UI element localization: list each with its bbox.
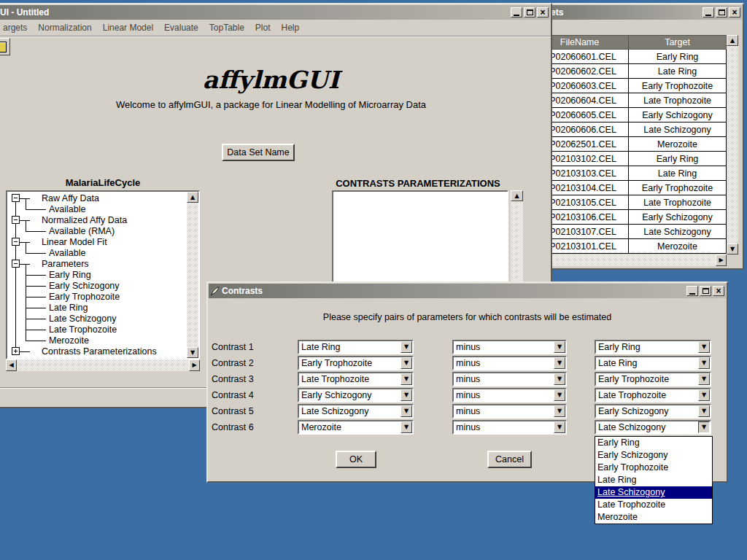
scroll-track[interactable] bbox=[17, 359, 189, 371]
tree-item[interactable]: Available bbox=[7, 204, 187, 215]
combo-arrow-button[interactable]: ▼ bbox=[698, 373, 710, 385]
combo-arrow-button[interactable]: ▼ bbox=[698, 405, 710, 417]
tree-item[interactable]: Normalized Affy Data bbox=[7, 215, 187, 226]
targets-row[interactable]: DP02060602.CELLate Ring bbox=[531, 64, 727, 79]
tree-item[interactable]: Contrasts Parameterizations bbox=[7, 346, 187, 357]
targets-row[interactable]: DP02060605.CELEarly Schizogony bbox=[531, 108, 727, 122]
targets-row[interactable]: DP02103104.CELEarly Trophozoite bbox=[531, 181, 727, 195]
contrast-6-operator-combo[interactable]: minus▼ bbox=[452, 420, 567, 435]
tree-item[interactable]: Early Schizogony bbox=[7, 281, 187, 292]
toolbar-button[interactable] bbox=[0, 38, 10, 55]
scroll-track[interactable] bbox=[727, 46, 738, 244]
maximize-button[interactable] bbox=[700, 286, 711, 296]
scroll-up-button[interactable]: ▲ bbox=[727, 35, 738, 46]
scroll-up-button[interactable]: ▲ bbox=[187, 192, 198, 203]
contrast-4-left-combo[interactable]: Early Schizogony▼ bbox=[298, 388, 414, 402]
targets-row[interactable]: DP02060606.CELLate Schizogony bbox=[531, 122, 727, 137]
menu-item-2[interactable]: Linear Model bbox=[103, 23, 153, 33]
tree-scrollbar-vertical[interactable]: ▲ ▼ bbox=[187, 192, 198, 358]
targets-row[interactable]: DP02103101.CELMerozoite bbox=[531, 239, 727, 254]
contrast-2-right-combo[interactable]: Late Ring▼ bbox=[595, 356, 711, 370]
scroll-left-button[interactable]: ◀ bbox=[6, 359, 17, 371]
maximize-button[interactable] bbox=[716, 7, 727, 18]
dropdown-option-4[interactable]: Late Schizogony bbox=[595, 486, 712, 499]
targets-scrollbar-vertical[interactable]: ▲ ▼ bbox=[727, 35, 738, 254]
combo-arrow-button[interactable]: ▼ bbox=[554, 373, 565, 385]
scroll-up-button[interactable]: ▲ bbox=[511, 190, 523, 201]
contrasts-titlebar[interactable]: Contrasts × bbox=[209, 284, 726, 298]
combo-arrow-button[interactable]: ▼ bbox=[554, 389, 565, 401]
targets-row[interactable]: DP02062501.CELMerozoite bbox=[531, 137, 727, 152]
dropdown-option-5[interactable]: Late Trophozoite bbox=[595, 499, 712, 511]
combo-arrow-button[interactable]: ▼ bbox=[554, 341, 565, 353]
menu-item-5[interactable]: Plot bbox=[255, 23, 271, 33]
targets-titlebar[interactable]: Targets × bbox=[530, 5, 742, 20]
minimize-button[interactable] bbox=[703, 7, 714, 18]
dropdown-option-0[interactable]: Early Ring bbox=[595, 437, 712, 449]
data-set-name-button[interactable]: Data Set Name bbox=[222, 144, 295, 161]
tree-item[interactable]: Linear Model Fit bbox=[7, 237, 187, 248]
tree-collapse-minus-icon[interactable] bbox=[12, 238, 20, 246]
cancel-button[interactable]: Cancel bbox=[487, 451, 532, 468]
combo-arrow-button[interactable]: ▼ bbox=[698, 341, 710, 353]
tree-item[interactable]: Early Ring bbox=[7, 270, 187, 281]
scroll-track[interactable] bbox=[187, 203, 198, 347]
scroll-down-button[interactable]: ▼ bbox=[727, 244, 738, 254]
targets-row[interactable]: DP02060601.CELEarly Ring bbox=[531, 50, 727, 64]
contrast-1-operator-combo[interactable]: minus▼ bbox=[452, 340, 567, 354]
scroll-right-button[interactable]: ▶ bbox=[716, 254, 727, 266]
tree-item[interactable]: Available (RMA) bbox=[7, 226, 187, 237]
dropdown-option-6[interactable]: Merozoite bbox=[595, 511, 712, 524]
scroll-track[interactable] bbox=[541, 254, 716, 266]
tree-item[interactable]: Late Schizogony bbox=[7, 314, 187, 324]
targets-row[interactable]: DP02060603.CELEarly Trophozoite bbox=[531, 79, 727, 93]
contrast-2-left-combo[interactable]: Early Trophozoite▼ bbox=[298, 356, 414, 370]
combo-arrow-button[interactable]: ▼ bbox=[400, 341, 412, 353]
dropdown-option-3[interactable]: Late Ring bbox=[595, 474, 712, 486]
contrast-3-operator-combo[interactable]: minus▼ bbox=[452, 372, 567, 386]
contrast-4-right-combo[interactable]: Late Trophozoite▼ bbox=[595, 388, 711, 402]
close-button[interactable]: × bbox=[729, 7, 740, 18]
targets-row[interactable]: DP02103105.CELLate Trophozoite bbox=[531, 195, 727, 210]
targets-row[interactable]: DP02103107.CELLate Schizogony bbox=[531, 225, 727, 239]
contrast-5-right-combo[interactable]: Early Schizogony▼ bbox=[595, 404, 711, 419]
tree-item[interactable]: Parameters bbox=[7, 259, 187, 270]
menu-item-4[interactable]: TopTable bbox=[209, 23, 244, 33]
targets-row[interactable]: DP02103103.CELLate Ring bbox=[531, 166, 727, 181]
targets-row[interactable]: DP02060604.CELLate Trophozoite bbox=[531, 93, 727, 108]
tree-item[interactable]: Available bbox=[7, 248, 187, 259]
dropdown-option-1[interactable]: Early Schizogony bbox=[595, 449, 712, 462]
combo-arrow-button[interactable]: ▼ bbox=[400, 421, 412, 433]
scroll-down-button[interactable]: ▼ bbox=[187, 347, 198, 358]
combo-arrow-button[interactable]: ▼ bbox=[554, 421, 565, 433]
tree-expand-plus-icon[interactable] bbox=[12, 347, 20, 355]
combo-arrow-button[interactable]: ▼ bbox=[400, 357, 412, 369]
minimize-button[interactable] bbox=[686, 286, 698, 296]
menu-item-1[interactable]: Normalization bbox=[38, 23, 91, 33]
tree-collapse-minus-icon[interactable] bbox=[12, 194, 20, 202]
tree-collapse-minus-icon[interactable] bbox=[12, 216, 20, 224]
maximize-button[interactable] bbox=[524, 7, 535, 18]
targets-row[interactable]: DP02103106.CELEarly Schizogony bbox=[531, 210, 727, 225]
targets-scrollbar-horizontal[interactable]: ◀ ▶ bbox=[530, 254, 727, 266]
menu-item-0[interactable]: argets bbox=[3, 23, 27, 33]
combo-arrow-button[interactable]: ▼ bbox=[698, 421, 710, 433]
combo-arrow-button[interactable]: ▼ bbox=[400, 405, 412, 417]
menu-item-3[interactable]: Evaluate bbox=[164, 23, 198, 33]
targets-row[interactable]: DP02103102.CELEarly Ring bbox=[531, 152, 727, 166]
close-button[interactable]: × bbox=[537, 7, 549, 18]
tree-item[interactable]: Merozoite bbox=[7, 335, 187, 346]
contrast-5-left-combo[interactable]: Late Schizogony▼ bbox=[298, 404, 414, 419]
tree-item[interactable]: Late Trophozoite bbox=[7, 324, 187, 335]
contrast-3-right-combo[interactable]: Early Trophozoite▼ bbox=[595, 372, 711, 386]
tree-collapse-minus-icon[interactable] bbox=[12, 260, 20, 268]
minimize-button[interactable] bbox=[511, 7, 522, 18]
contrast-3-left-combo[interactable]: Late Trophozoite▼ bbox=[298, 372, 414, 386]
contrast-4-operator-combo[interactable]: minus▼ bbox=[452, 388, 567, 402]
tree-scrollbar-horizontal[interactable]: ◀ ▶ bbox=[6, 359, 200, 371]
tree-item[interactable]: Raw Affy Data bbox=[7, 193, 187, 204]
ok-button[interactable]: OK bbox=[336, 451, 376, 468]
contrast-6-left-combo[interactable]: Merozoite▼ bbox=[298, 420, 414, 435]
main-titlebar[interactable]: UI - Untitled × bbox=[0, 5, 550, 20]
combo-arrow-button[interactable]: ▼ bbox=[400, 373, 412, 385]
